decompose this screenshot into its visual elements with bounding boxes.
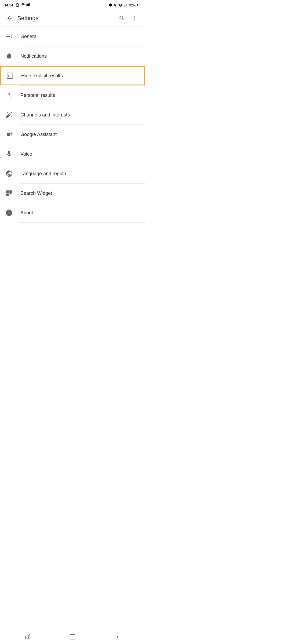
settings-item-general[interactable]: General: [0, 27, 145, 46]
magic-icon: [5, 111, 18, 119]
svg-text:E: E: [8, 74, 11, 78]
assistant-label: Google Assistant: [18, 132, 140, 137]
settings-item-hide-explicit[interactable]: E Hide explicit results: [0, 66, 145, 85]
info-icon: [5, 209, 18, 217]
settings-item-assistant[interactable]: Google Assistant: [0, 125, 145, 144]
assistant-icon: [5, 131, 18, 138]
sparkle-icon: [5, 92, 18, 99]
svg-rect-3: [27, 4, 28, 6]
settings-item-voice[interactable]: Voice: [0, 144, 145, 164]
svg-point-19: [10, 132, 13, 135]
settings-item-notifications[interactable]: Notifications: [0, 46, 145, 66]
search-button[interactable]: [116, 12, 128, 24]
settings-list: General Notifications E Hide explicit re…: [0, 27, 145, 223]
svg-rect-12: [140, 5, 141, 6]
status-bar: 14:54 32%: [0, 0, 145, 10]
app-bar-actions: [116, 12, 141, 24]
svg-rect-2: [27, 4, 27, 6]
settings-item-about[interactable]: About: [0, 203, 145, 222]
hide-explicit-label: Hide explicit results: [19, 73, 139, 79]
voice-label: Voice: [18, 151, 140, 157]
explicit-icon: E: [6, 72, 19, 79]
svg-rect-11: [137, 4, 138, 6]
back-button[interactable]: [4, 13, 15, 24]
svg-rect-4: [28, 3, 29, 6]
svg-point-18: [7, 133, 10, 136]
status-time: 14:54: [4, 3, 30, 7]
settings-item-widget[interactable]: Search Widget: [0, 184, 145, 203]
more-options-button[interactable]: [129, 12, 141, 24]
settings-item-personal-results[interactable]: Personal results: [0, 86, 145, 105]
svg-point-1: [16, 4, 19, 6]
svg-point-13: [134, 16, 135, 17]
general-label: General: [18, 34, 140, 39]
settings-item-language[interactable]: Language and region: [0, 164, 145, 183]
page-title: Settings: [17, 15, 116, 22]
channels-label: Channels and interests: [18, 112, 140, 118]
mic-icon: [5, 150, 18, 158]
svg-rect-8: [126, 4, 126, 7]
about-label: About: [18, 210, 140, 216]
svg-point-14: [134, 18, 135, 19]
globe-icon: [5, 170, 18, 177]
app-bar: Settings: [0, 10, 145, 27]
settings-item-channels[interactable]: Channels and interests: [0, 105, 145, 125]
svg-rect-9: [127, 3, 127, 6]
widget-label: Search Widget: [18, 191, 140, 196]
notifications-label: Notifications: [18, 53, 140, 59]
svg-rect-7: [125, 5, 125, 6]
bell-icon: [5, 52, 18, 60]
personal-results-label: Personal results: [18, 93, 140, 98]
svg-point-15: [134, 20, 135, 21]
svg-point-20: [11, 135, 12, 136]
svg-rect-6: [124, 5, 125, 6]
battery-text: 32%: [129, 3, 136, 7]
svg-rect-5: [29, 3, 30, 6]
sliders-icon: [5, 33, 18, 40]
language-label: Language and region: [18, 171, 140, 177]
status-icons: 32%: [108, 3, 141, 8]
widget-icon: [5, 189, 18, 197]
